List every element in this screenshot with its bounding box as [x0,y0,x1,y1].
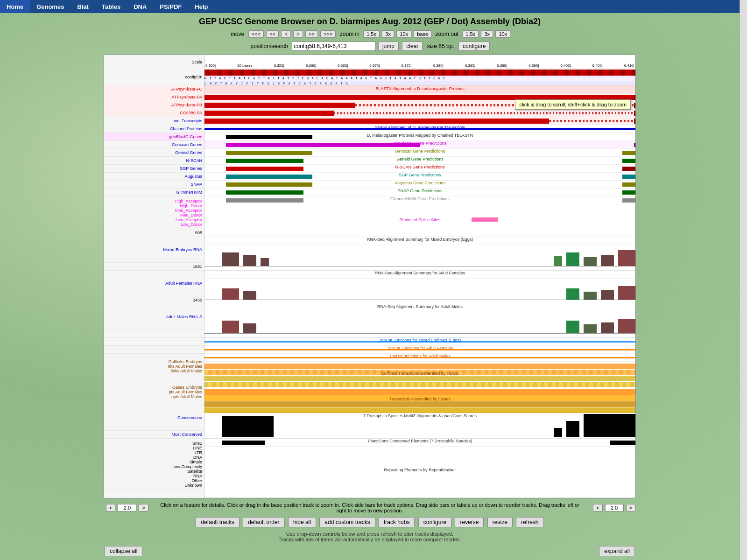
nav-help[interactable]: Help [188,0,214,13]
zoom-in-base[interactable]: base [414,30,431,38]
repeatmasker-track[interactable]: Repeating Elements by RepeatMasker [204,447,635,498]
label-glimmerhmm[interactable]: GlimmerHMM [176,190,203,195]
label-cufflinks-embryos[interactable]: Cufflinks Embryos [169,359,202,364]
label-mixed-embryos-rna[interactable]: Mixed Embryos RNA [163,247,202,252]
configure-button[interactable]: configure [458,42,490,51]
label-high-donor[interactable]: High_Donor [180,203,202,208]
splice-sites-track[interactable]: Predicted Splice Sites [204,204,635,237]
label-snap[interactable]: SNAP [190,182,202,187]
nscan-track[interactable]: N-SCAN Gene Predictions [204,165,635,173]
move-start-input[interactable] [118,504,136,511]
zoom-out-1-5x[interactable]: 1.5x [462,30,479,38]
nav-back1[interactable]: < [281,30,290,38]
label-low-donor[interactable]: Low_Donor [181,222,202,227]
label-med-donor[interactable]: Med_Donor [180,213,202,217]
label-nscan[interactable]: N-SCAN [186,158,202,163]
track-hubs-button[interactable]: track hubs [379,517,415,527]
zoom-in-3x[interactable]: 3x [382,30,394,38]
jump-button[interactable]: jump [378,42,399,51]
move-start-fwd[interactable]: > [139,504,148,511]
label-sgp[interactable]: SGP Genes [180,166,202,171]
mel-transcripts-track[interactable]: Spann Alignment of D. melanogaster Trans… [204,125,635,133]
label-mel-transcripts[interactable]: . mel Transcripts [171,119,202,123]
label-cufflinks-females[interactable]: nks Adult Females [168,364,202,369]
tophat-females-track[interactable]: TopHat Junctions for Adult Females [204,346,635,354]
oases-track[interactable]: Transcripts Assembled by Oases [204,387,635,413]
tophat-males-track[interactable]: TopHat Junctions for Adult Males [204,354,635,362]
chained-proteins-track[interactable]: D. melanogaster Proteins Mapped by Chain… [204,133,635,141]
nav-back2[interactable]: << [266,30,279,38]
hide-all-button[interactable]: hide all [288,517,316,527]
atpsyn-pb-track[interactable] [204,109,635,117]
blastx-header[interactable]: BLASTX Alignment to D. melanogaster Prot… [204,85,635,93]
cg9389-track[interactable] [204,117,635,125]
nav-genomes[interactable]: Genomes [30,0,70,13]
add-custom-tracks-button[interactable]: add custom tracks [319,517,375,527]
nav-dna[interactable]: DNA [127,0,153,13]
clear-button[interactable]: clear [402,42,423,51]
snap-track[interactable]: SNAP Gene Predictions [204,189,635,196]
label-med-acceptor[interactable]: Med_Acceptor [175,208,202,213]
label-genblastg[interactable]: genBlastG Genes [169,134,202,139]
label-oases-embryos[interactable]: Oases Embryos [172,385,202,390]
label-cg9389[interactable]: CG9389-PA [180,111,202,115]
cufflinks-track[interactable]: Cufflinks Transcripts Generated by HOSC [204,362,635,387]
nav-back3[interactable]: <<< [248,30,264,38]
augustus-track[interactable]: Augustus Gene Predictions [204,181,635,189]
label-oases-females[interactable]: pts Adult Females [169,390,202,394]
move-start-back[interactable]: < [106,504,115,511]
sequence-row[interactable]: N T T G C T T A T C G T T A C T A T T T … [204,69,635,85]
label-cufflinks-males[interactable]: links Adult Males [171,369,202,373]
label-geneid[interactable]: Geneid Genes [175,150,202,155]
label-atpsyn-pa[interactable]: ATPsyn-beta-PA [171,95,202,99]
label-atpsyn-pb[interactable]: ATPsyn-beta-PB [171,103,202,107]
nav-blat[interactable]: Blat [70,0,95,13]
conservation-track[interactable]: 7 Drosophila Species MultiZ Alignments &… [204,413,635,439]
position-input[interactable]: contig58:6,349-6,413 [292,42,376,51]
move-end-input[interactable] [605,504,624,511]
zoom-in-1-5x[interactable]: 1.5x [363,30,380,38]
glimmerhmm-track[interactable]: GlimmerHMM Gene Predictions [204,196,635,204]
label-oases-males[interactable]: ripts Adult Males [171,394,202,399]
rnaseq-males-header[interactable]: RNA-Seq Alignment Summary for Adult Male… [204,304,635,312]
label-most-conserved[interactable]: Most Conserved [171,432,202,437]
label-augustus[interactable]: Augustus [184,174,202,179]
rnaseq-females-header[interactable]: RNA-Seq Alignment Summary for Adult Fema… [204,271,635,279]
default-order-button[interactable]: default order [243,517,284,527]
label-atpsyn-fc[interactable]: ATPsyn-beta-FC [171,87,202,91]
nav-fwd2[interactable]: >> [305,30,318,38]
reverse-button[interactable]: reverse [455,517,484,527]
label-low-acceptor[interactable]: Low_Acceptor [176,217,202,222]
zoom-in-10x[interactable]: 10x [396,30,411,38]
move-end-back[interactable]: < [593,504,602,511]
refresh-button[interactable]: refresh [516,517,543,527]
rnaseq-embryos-hist[interactable] [204,245,635,271]
default-tracks-button[interactable]: default tracks [196,517,239,527]
nav-fwd1[interactable]: > [293,30,303,38]
label-conservation[interactable]: Conservation [177,415,202,420]
collapse-all-button[interactable]: collapse all [105,546,142,556]
rnaseq-males-hist[interactable] [204,312,635,338]
nav-fwd3[interactable]: >>> [320,30,336,38]
resize-button[interactable]: resize [487,517,513,527]
configure-tracks-button[interactable]: configure [418,517,451,527]
label-genscan[interactable]: Genscan Genes [172,142,202,147]
label-adult-males-rna[interactable]: Adult Males RNA-S [166,315,202,319]
nav-tables[interactable]: Tables [95,0,127,13]
label-adult-females-rna[interactable]: Adult Females RNA [165,281,202,286]
label-chained-proteins[interactable]: Chained Proteins [170,126,202,131]
nav-home[interactable]: Home [0,0,30,13]
zoom-out-3x[interactable]: 3x [481,30,493,38]
most-conserved-track[interactable]: PhastCons Conserved Elements (7 Drosophi… [204,439,635,447]
move-end-fwd[interactable]: > [626,504,635,511]
zoom-out-10x[interactable]: 10x [495,30,510,38]
nav-pspdf[interactable]: PS/PDF [153,0,188,13]
label-high-acceptor[interactable]: High_Acceptor [175,199,202,203]
expand-all-button[interactable]: expand all [599,546,635,556]
track-data[interactable]: click & drag to scroll; shift+click & dr… [204,55,635,498]
genblastg-track[interactable]: genBlastG Gene Predictions [204,141,635,149]
rnaseq-females-hist[interactable] [204,279,635,304]
sgp-track[interactable]: SGP Gene Predictions [204,173,635,181]
genscan-track[interactable]: Genscan Gene Predictions [204,149,635,157]
geneid-track[interactable]: Geneid Gene Predictions [204,157,635,165]
